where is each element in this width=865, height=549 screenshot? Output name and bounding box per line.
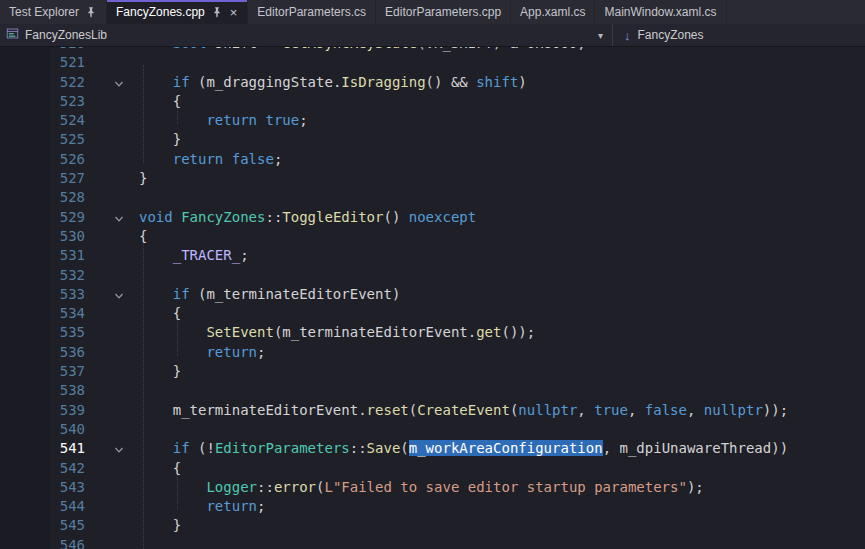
fold-margin: [85, 362, 139, 381]
tab-editorparameters-cs[interactable]: EditorParameters.cs: [248, 0, 376, 24]
code-text: Logger::error(L"Failed to save editor st…: [139, 478, 704, 497]
fold-margin: [85, 208, 139, 227]
fold-margin: [85, 401, 139, 420]
project-name-label: FancyZonesLib: [25, 28, 107, 42]
code-line[interactable]: 538: [0, 381, 865, 400]
selected-text: m_workAreaConfiguration: [409, 440, 603, 456]
fold-margin: [85, 439, 139, 458]
code-text: return;: [139, 497, 265, 516]
code-editor[interactable]: 520 bool shift = GetAsyncKeyState(VK_SHI…: [0, 47, 865, 549]
code-line[interactable]: 545 }: [0, 516, 865, 535]
code-text: if (m_terminateEditorEvent): [139, 285, 400, 304]
line-number: 542: [0, 459, 85, 478]
fold-margin: [85, 536, 139, 549]
code-text: {: [139, 304, 181, 323]
fold-margin: [85, 73, 139, 92]
code-line[interactable]: 526 return false;: [0, 150, 865, 169]
code-line[interactable]: 532: [0, 266, 865, 285]
tab-label: EditorParameters.cpp: [385, 5, 501, 19]
fold-margin: [85, 304, 139, 323]
code-text: }: [139, 130, 181, 149]
code-line[interactable]: 535 SetEvent(m_terminateEditorEvent.get(…: [0, 323, 865, 342]
code-line[interactable]: 543 Logger::error(L"Failed to save edito…: [0, 478, 865, 497]
code-line[interactable]: 539 m_terminateEditorEvent.reset(CreateE…: [0, 401, 865, 420]
code-line[interactable]: 540: [0, 420, 865, 439]
pin-icon[interactable]: [211, 6, 223, 18]
line-number: 525: [0, 130, 85, 149]
tab-test-explorer[interactable]: Test Explorer: [0, 0, 107, 24]
line-number: 534: [0, 304, 85, 323]
member-dropdown[interactable]: ↓ FancyZones: [613, 24, 865, 46]
code-lines: 520 bool shift = GetAsyncKeyState(VK_SHI…: [0, 47, 865, 549]
code-text: return false;: [139, 150, 282, 169]
code-text: return;: [139, 343, 265, 362]
line-number: 537: [0, 362, 85, 381]
code-line[interactable]: 528: [0, 188, 865, 207]
code-line[interactable]: 522 if (m_draggingState.IsDragging() && …: [0, 73, 865, 92]
code-text: {: [139, 459, 181, 478]
fold-chevron-icon[interactable]: [113, 213, 125, 225]
tab-app-xaml-cs[interactable]: App.xaml.cs: [511, 0, 595, 24]
fold-margin: [85, 381, 139, 400]
code-line[interactable]: 527}: [0, 169, 865, 188]
code-line[interactable]: 531 _TRACER_;: [0, 246, 865, 265]
line-number: 541: [0, 439, 85, 458]
vs-editor-window: Test ExplorerFancyZones.cpp×EditorParame…: [0, 0, 865, 549]
tab-label: App.xaml.cs: [520, 5, 585, 19]
code-line[interactable]: 521: [0, 53, 865, 72]
code-line[interactable]: 541 if (!EditorParameters::Save(m_workAr…: [0, 439, 865, 458]
fold-margin: [85, 266, 139, 285]
line-number: 545: [0, 516, 85, 535]
tab-fancyzones-cpp[interactable]: FancyZones.cpp×: [107, 0, 248, 24]
fold-margin: [85, 420, 139, 439]
tab-mainwindow-xaml-cs[interactable]: MainWindow.xaml.cs: [595, 0, 726, 24]
fold-margin: [85, 111, 139, 130]
code-line[interactable]: 523 {: [0, 92, 865, 111]
code-text: return true;: [139, 111, 308, 130]
chevron-down-icon: ▾: [598, 30, 603, 41]
code-line[interactable]: 542 {: [0, 459, 865, 478]
fold-chevron-icon[interactable]: [113, 444, 125, 456]
fold-margin: [85, 343, 139, 362]
tab-editorparameters-cpp[interactable]: EditorParameters.cpp: [376, 0, 511, 24]
tab-label: MainWindow.xaml.cs: [604, 5, 716, 19]
line-number: 531: [0, 246, 85, 265]
line-number: 540: [0, 420, 85, 439]
line-number: 544: [0, 497, 85, 516]
code-line[interactable]: 534 {: [0, 304, 865, 323]
pin-icon[interactable]: [85, 6, 97, 18]
fold-chevron-icon[interactable]: [113, 290, 125, 302]
code-line[interactable]: 537 }: [0, 362, 865, 381]
code-line[interactable]: 525 }: [0, 130, 865, 149]
fold-margin: [85, 323, 139, 342]
fold-margin: [85, 130, 139, 149]
fold-margin: [85, 285, 139, 304]
line-number: 529: [0, 208, 85, 227]
line-number: 528: [0, 188, 85, 207]
code-line[interactable]: 546: [0, 536, 865, 549]
line-number: 524: [0, 111, 85, 130]
line-number: 535: [0, 323, 85, 342]
code-line[interactable]: 533 if (m_terminateEditorEvent): [0, 285, 865, 304]
line-number: 536: [0, 343, 85, 362]
code-line[interactable]: 529void FancyZones::ToggleEditor() noexc…: [0, 208, 865, 227]
line-number: 539: [0, 401, 85, 420]
code-line[interactable]: 544 return;: [0, 497, 865, 516]
code-line[interactable]: 530{: [0, 227, 865, 246]
code-line[interactable]: 524 return true;: [0, 111, 865, 130]
fold-margin: [85, 188, 139, 207]
close-icon[interactable]: ×: [229, 6, 239, 19]
code-line[interactable]: 536 return;: [0, 343, 865, 362]
tab-label: EditorParameters.cs: [257, 5, 366, 19]
project-icon: [6, 27, 19, 43]
fold-margin: [85, 53, 139, 72]
fold-margin: [85, 459, 139, 478]
fold-margin: [85, 150, 139, 169]
line-number: 533: [0, 285, 85, 304]
code-text: m_terminateEditorEvent.reset(CreateEvent…: [139, 401, 788, 420]
fold-chevron-icon[interactable]: [113, 78, 125, 90]
tab-bar: Test ExplorerFancyZones.cpp×EditorParame…: [0, 0, 865, 24]
line-number: 523: [0, 92, 85, 111]
project-dropdown[interactable]: FancyZonesLib ▾: [0, 24, 612, 46]
fold-margin: [85, 246, 139, 265]
